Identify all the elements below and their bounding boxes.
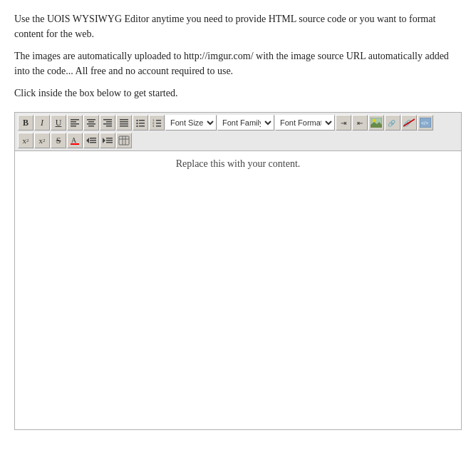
unlink-button[interactable]: 🔗 bbox=[401, 115, 417, 131]
indent-button[interactable]: ⇥ bbox=[336, 115, 351, 131]
font-format-select[interactable]: Font Format NormalHeading 1Heading 2 Hea… bbox=[275, 115, 335, 131]
intro-paragraph-3: Click inside the box below to get starte… bbox=[14, 86, 462, 101]
intro-paragraph-1: Use the UOIS WYSIWYG Editor anytime you … bbox=[14, 11, 462, 41]
svg-point-29 bbox=[373, 119, 376, 122]
ordered-list-button[interactable]: 1.2.3. bbox=[149, 115, 165, 131]
italic-button[interactable]: I bbox=[34, 115, 50, 131]
svg-text:A: A bbox=[71, 136, 77, 144]
table-button[interactable] bbox=[116, 133, 132, 148]
svg-marker-37 bbox=[86, 138, 89, 143]
svg-rect-27 bbox=[156, 126, 161, 127]
strikethrough-button[interactable]: S bbox=[51, 133, 66, 148]
outdent2-button[interactable] bbox=[83, 133, 99, 148]
svg-rect-23 bbox=[156, 120, 161, 121]
svg-rect-0 bbox=[71, 119, 79, 121]
svg-rect-42 bbox=[106, 138, 113, 139]
svg-rect-40 bbox=[90, 142, 96, 143]
bold-button[interactable]: B bbox=[18, 115, 33, 131]
source-button[interactable]: </> bbox=[418, 115, 433, 131]
svg-text:🔗: 🔗 bbox=[388, 119, 396, 128]
svg-rect-19 bbox=[139, 123, 145, 124]
svg-rect-43 bbox=[106, 140, 113, 141]
svg-rect-36 bbox=[71, 143, 79, 145]
unordered-list-button[interactable] bbox=[133, 115, 148, 131]
svg-rect-45 bbox=[119, 136, 129, 145]
svg-rect-39 bbox=[90, 140, 96, 141]
svg-point-16 bbox=[136, 120, 138, 121]
svg-rect-4 bbox=[87, 119, 95, 121]
svg-rect-14 bbox=[120, 123, 128, 125]
svg-rect-7 bbox=[88, 126, 94, 127]
toolbar-row-2: x2 x2 S A bbox=[18, 133, 458, 148]
svg-rect-44 bbox=[106, 142, 113, 143]
align-left-button[interactable] bbox=[67, 115, 83, 131]
align-justify-button[interactable] bbox=[116, 115, 132, 131]
svg-rect-11 bbox=[106, 126, 112, 127]
image-button[interactable] bbox=[368, 115, 384, 131]
toolbar-row-1: B I U 1.2.3. Fo bbox=[18, 115, 458, 131]
outdent-button[interactable]: ⇤ bbox=[352, 115, 368, 131]
superscript-button[interactable]: x2 bbox=[34, 133, 50, 148]
svg-rect-15 bbox=[120, 126, 128, 127]
svg-rect-17 bbox=[139, 120, 145, 121]
subscript-button[interactable]: x2 bbox=[18, 133, 33, 148]
svg-point-20 bbox=[136, 126, 138, 127]
intro-section: Use the UOIS WYSIWYG Editor anytime you … bbox=[14, 11, 462, 101]
svg-point-18 bbox=[136, 123, 138, 124]
svg-rect-3 bbox=[71, 126, 76, 127]
intro-paragraph-2: The images are automatically uploaded to… bbox=[14, 48, 462, 78]
wysiwyg-editor[interactable]: B I U 1.2.3. Fo bbox=[14, 112, 462, 430]
svg-rect-21 bbox=[139, 126, 145, 127]
align-right-button[interactable] bbox=[100, 115, 115, 131]
indent2-button[interactable] bbox=[100, 133, 115, 148]
align-center-button[interactable] bbox=[83, 115, 99, 131]
font-size-select[interactable]: Font Size... 8101214 16182436 bbox=[165, 115, 217, 131]
text-color-button[interactable]: A bbox=[67, 133, 83, 148]
svg-rect-38 bbox=[90, 138, 96, 139]
link-button[interactable]: 🔗 bbox=[385, 115, 400, 131]
svg-rect-13 bbox=[120, 121, 128, 123]
svg-rect-5 bbox=[88, 121, 94, 123]
editor-toolbar: B I U 1.2.3. Fo bbox=[15, 113, 461, 151]
svg-rect-1 bbox=[71, 121, 76, 123]
svg-rect-10 bbox=[103, 123, 112, 125]
editor-placeholder-text: Replace this with your content. bbox=[176, 158, 301, 169]
svg-text:</>: </> bbox=[421, 121, 428, 126]
svg-rect-25 bbox=[156, 123, 161, 124]
underline-button[interactable]: U bbox=[51, 115, 66, 131]
font-family-select[interactable]: Font Family. ArialGeorgiaVerdana Times N… bbox=[217, 115, 274, 131]
svg-rect-2 bbox=[71, 123, 79, 125]
svg-rect-12 bbox=[120, 119, 128, 121]
svg-rect-9 bbox=[106, 121, 112, 123]
svg-text:3.: 3. bbox=[152, 124, 155, 127]
svg-marker-41 bbox=[103, 138, 105, 143]
svg-rect-6 bbox=[87, 123, 95, 125]
svg-rect-8 bbox=[103, 119, 112, 121]
editor-content-area[interactable]: Replace this with your content. bbox=[15, 151, 461, 429]
